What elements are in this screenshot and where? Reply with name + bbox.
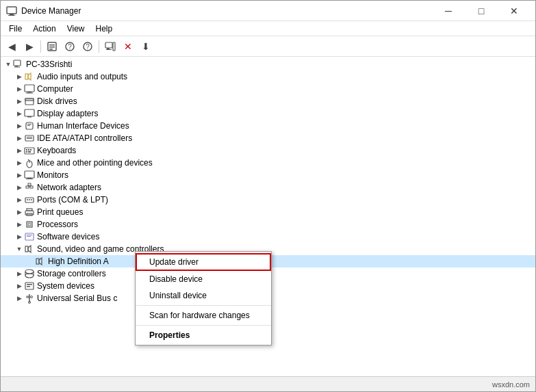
tree-item-computer[interactable]: ▶ Computer [1, 83, 535, 95]
audio-label: Audio inputs and outputs [37, 72, 127, 81]
expand-icon[interactable]: ▼ [14, 244, 24, 254]
close-button[interactable]: ✕ [498, 3, 530, 18]
svg-text:?: ? [86, 43, 90, 51]
svg-rect-16 [15, 66, 18, 67]
expand-icon[interactable]: ▶ [14, 146, 24, 155]
toolbar-update[interactable]: ⬇ [138, 38, 154, 55]
ctx-update-driver[interactable]: Update driver [136, 253, 271, 271]
svg-rect-13 [106, 49, 112, 50]
expand-icon[interactable]: ▶ [14, 133, 24, 143]
expand-icon[interactable]: ▶ [14, 96, 24, 106]
svg-rect-47 [28, 183, 31, 185]
tree-item-software[interactable]: ▶ Software devices [1, 231, 535, 243]
expand-icon[interactable]: ▶ [14, 293, 24, 303]
disk-label: Disk drives [37, 96, 77, 106]
svg-rect-17 [14, 67, 20, 68]
svg-rect-0 [7, 7, 16, 14]
ctx-separator-2 [136, 325, 271, 326]
expand-icon[interactable]: ▶ [14, 84, 24, 94]
tree-item-display[interactable]: ▶ Display adapters [1, 107, 535, 120]
mice-label: Mice and other pointing devices [37, 158, 153, 168]
processors-label: Processors [37, 220, 78, 229]
toolbar-delete[interactable]: ✕ [120, 38, 136, 55]
tree-item-hid[interactable]: ▶ Human Interface Devices [1, 120, 535, 132]
expand-icon[interactable]: ▶ [14, 158, 24, 168]
svg-rect-44 [26, 179, 33, 179]
svg-rect-15 [14, 60, 21, 66]
expand-icon[interactable]: ▶ [14, 121, 24, 131]
svg-rect-33 [25, 148, 34, 154]
expand-icon[interactable]: ▶ [14, 109, 24, 118]
ctx-properties[interactable]: Properties [136, 327, 271, 343]
display-label: Display adapters [37, 109, 98, 118]
svg-point-52 [29, 199, 30, 200]
usb-icon [24, 293, 35, 304]
expand-icon[interactable]: ▶ [14, 207, 24, 217]
menu-file[interactable]: File [3, 23, 27, 35]
tree-item-print[interactable]: ▶ Print queues [1, 206, 535, 218]
tree-item-audio[interactable]: ▶ Audio inputs and outputs [1, 70, 535, 83]
audio-icon [24, 71, 35, 82]
svg-rect-2 [8, 15, 15, 16]
status-text: wsxdn.com [492, 380, 530, 389]
toolbar-scan[interactable]: ? [62, 38, 78, 55]
tree-item-monitors[interactable]: ▶ Monitors [1, 169, 535, 181]
ctx-update-driver-label: Update driver [149, 257, 199, 267]
tree-item-ide[interactable]: ▶ IDE ATA/ATAPI controllers [1, 132, 535, 144]
expand-icon[interactable]: ▶ [14, 232, 24, 241]
no-expand [25, 257, 35, 266]
tree-item-keyboard[interactable]: ▶ Keyboards [1, 144, 535, 157]
svg-rect-31 [27, 137, 32, 138]
window-title: Device Manager [21, 6, 81, 16]
title-controls: ─ □ ✕ [433, 3, 530, 18]
svg-rect-55 [27, 209, 32, 211]
ctx-disable-device[interactable]: Disable device [136, 271, 271, 287]
ctx-uninstall-device[interactable]: Uninstall device [136, 287, 271, 304]
tree-item-network[interactable]: ▶ Network adapters [1, 181, 535, 194]
expand-icon[interactable]: ▶ [14, 183, 24, 192]
svg-rect-1 [10, 14, 14, 15]
main-content: ▼ PC-33Srishti ▶ Audio inputs and output… [1, 57, 535, 376]
svg-rect-35 [28, 149, 29, 151]
expand-icon[interactable]: ▶ [14, 269, 24, 278]
expand-icon[interactable]: ▶ [14, 195, 24, 205]
disk-icon [24, 96, 35, 107]
expand-icon[interactable]: ▶ [14, 281, 24, 291]
print-label: Print queues [37, 207, 83, 217]
toolbar-forward[interactable]: ▶ [21, 38, 38, 55]
menu-action[interactable]: Action [27, 23, 61, 35]
toolbar-back[interactable]: ◀ [3, 38, 20, 55]
tree-item-ports[interactable]: ▶ Ports (COM & LPT) [1, 194, 535, 206]
svg-rect-32 [27, 138, 32, 139]
svg-rect-38 [28, 151, 31, 153]
monitors-label: Monitors [37, 170, 68, 180]
svg-rect-28 [27, 124, 31, 125]
svg-rect-36 [30, 149, 31, 151]
tree-item-disk[interactable]: ▶ Disk drives [1, 95, 535, 107]
title-bar-left: Device Manager [6, 5, 81, 16]
toolbar-properties[interactable] [44, 38, 60, 55]
tree-item-processors[interactable]: ▶ Processors [1, 218, 535, 231]
tree-root[interactable]: ▼ PC-33Srishti [1, 58, 535, 70]
menu-help[interactable]: Help [90, 23, 118, 35]
expand-icon[interactable]: ▼ [3, 60, 13, 69]
expand-icon[interactable]: ▶ [14, 72, 24, 81]
svg-point-69 [25, 274, 34, 278]
ctx-disable-label: Disable device [149, 274, 203, 284]
tree-item-mice[interactable]: ▶ Mice and other pointing devices [1, 157, 535, 169]
ctx-scan-hardware[interactable]: Scan for hardware changes [136, 307, 271, 324]
ide-label: IDE ATA/ATAPI controllers [37, 133, 132, 143]
toolbar-help[interactable]: ? [79, 38, 96, 55]
hid-icon [24, 120, 35, 131]
svg-rect-60 [27, 235, 32, 235]
toolbar-computer[interactable] [102, 38, 118, 55]
minimize-button[interactable]: ─ [433, 3, 464, 18]
svg-rect-12 [107, 48, 110, 49]
display-icon [24, 108, 35, 119]
maximize-button[interactable]: □ [465, 3, 497, 18]
expand-icon[interactable]: ▶ [14, 170, 24, 180]
toolbar-sep-1 [40, 40, 41, 53]
menu-view[interactable]: View [62, 23, 90, 35]
software-icon [24, 231, 35, 242]
expand-icon[interactable]: ▶ [14, 220, 24, 229]
